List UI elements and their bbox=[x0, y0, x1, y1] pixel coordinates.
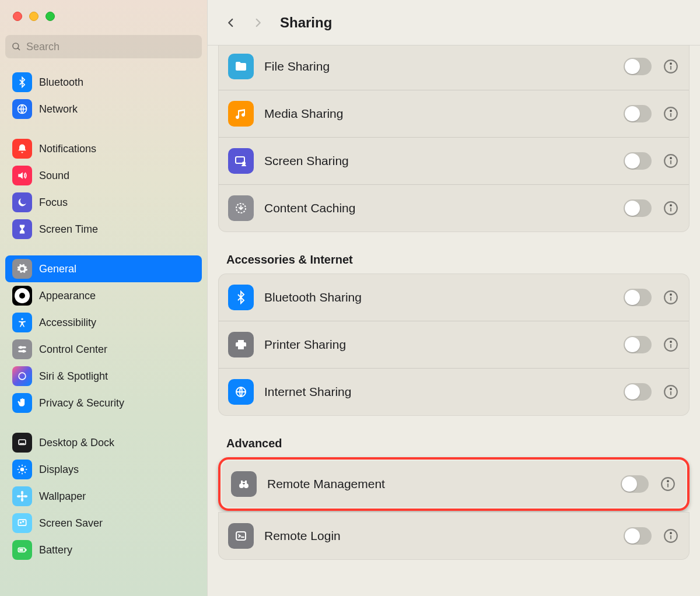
sidebar-item-wallpaper[interactable]: Wallpaper bbox=[5, 483, 202, 510]
main-pane: Sharing File Sharing Media Sharing Scree… bbox=[207, 0, 700, 596]
svg-line-19 bbox=[24, 466, 26, 467]
svg-point-22 bbox=[21, 491, 23, 495]
toggle-screen-sharing[interactable] bbox=[624, 152, 652, 170]
sidebar-item-sound[interactable]: Sound bbox=[5, 162, 202, 189]
svg-rect-59 bbox=[241, 481, 243, 484]
row-content-caching[interactable]: Content Caching bbox=[219, 184, 689, 232]
info-button[interactable] bbox=[662, 199, 680, 217]
sliders-icon bbox=[12, 339, 32, 359]
svg-point-58 bbox=[244, 483, 249, 488]
svg-point-49 bbox=[670, 294, 671, 295]
info-button[interactable] bbox=[662, 105, 680, 122]
search-field[interactable] bbox=[5, 35, 202, 58]
row-screen-sharing[interactable]: Screen Sharing bbox=[219, 137, 689, 184]
back-button[interactable] bbox=[220, 12, 242, 33]
svg-rect-30 bbox=[26, 549, 27, 551]
row-label: Content Caching bbox=[264, 201, 613, 215]
info-button[interactable] bbox=[662, 383, 680, 401]
toggle-file-sharing[interactable] bbox=[624, 58, 652, 75]
close-window-button[interactable] bbox=[13, 12, 22, 21]
sidebar-label: Focus bbox=[39, 197, 68, 209]
sidebar-item-network[interactable]: Network bbox=[5, 96, 202, 122]
sidebar-item-appearance[interactable]: Appearance bbox=[5, 282, 202, 309]
accessories-panel: Bluetooth Sharing Printer Sharing Intern… bbox=[218, 274, 690, 416]
hand-icon bbox=[12, 393, 32, 413]
svg-point-8 bbox=[22, 350, 25, 353]
toggle-content-caching[interactable] bbox=[624, 199, 652, 217]
speaker-icon bbox=[12, 166, 32, 185]
toggle-remote-login[interactable] bbox=[624, 527, 652, 545]
sidebar-label: Network bbox=[39, 103, 78, 115]
info-button[interactable] bbox=[659, 475, 677, 493]
sidebar-item-screen-time[interactable]: Screen Time bbox=[5, 216, 202, 243]
info-button[interactable] bbox=[662, 58, 680, 75]
sidebar-nav: Bluetooth Network Notifications Sound Fo… bbox=[0, 69, 207, 563]
svg-rect-11 bbox=[20, 443, 24, 444]
music-note-icon bbox=[228, 101, 254, 127]
gear-icon bbox=[12, 259, 32, 279]
sidebar-label: Privacy & Security bbox=[39, 397, 124, 409]
download-circle-icon bbox=[228, 195, 254, 221]
minimize-window-button[interactable] bbox=[29, 12, 38, 21]
sidebar-item-bluetooth[interactable]: Bluetooth bbox=[5, 69, 202, 96]
sidebar-label: Battery bbox=[39, 544, 72, 556]
row-label: File Sharing bbox=[264, 59, 613, 73]
svg-point-37 bbox=[670, 110, 671, 111]
forward-button[interactable] bbox=[247, 12, 268, 33]
row-bluetooth-sharing[interactable]: Bluetooth Sharing bbox=[219, 274, 689, 321]
highlighted-row-remote-management: Remote Management bbox=[218, 457, 690, 511]
toggle-media-sharing[interactable] bbox=[624, 105, 652, 122]
sidebar-label: Accessibility bbox=[39, 317, 96, 329]
sidebar-item-focus[interactable]: Focus bbox=[5, 189, 202, 216]
row-label: Bluetooth Sharing bbox=[264, 290, 613, 304]
info-button[interactable] bbox=[662, 152, 680, 170]
row-remote-management[interactable]: Remote Management bbox=[222, 461, 686, 507]
svg-point-57 bbox=[239, 483, 244, 488]
svg-point-25 bbox=[24, 495, 28, 497]
sidebar-label: Control Center bbox=[39, 343, 107, 356]
row-label: Remote Management bbox=[267, 477, 610, 491]
printer-icon bbox=[228, 332, 254, 357]
sidebar-item-displays[interactable]: Displays bbox=[5, 456, 202, 483]
svg-point-12 bbox=[20, 468, 24, 472]
sidebar-item-privacy-security[interactable]: Privacy & Security bbox=[5, 390, 202, 416]
toggle-remote-management[interactable] bbox=[621, 475, 649, 493]
toggle-bluetooth-sharing[interactable] bbox=[624, 289, 652, 306]
sidebar-item-screen-saver[interactable]: Screen Saver bbox=[5, 510, 202, 537]
row-file-sharing[interactable]: File Sharing bbox=[219, 45, 689, 90]
info-button[interactable] bbox=[662, 289, 680, 306]
sidebar-item-notifications[interactable]: Notifications bbox=[5, 135, 202, 162]
toggle-internet-sharing[interactable] bbox=[624, 383, 652, 401]
zoom-window-button[interactable] bbox=[46, 12, 55, 21]
search-input[interactable] bbox=[26, 41, 196, 53]
sidebar-item-battery[interactable]: Battery bbox=[5, 537, 202, 563]
toggle-printer-sharing[interactable] bbox=[624, 336, 652, 353]
svg-point-52 bbox=[670, 341, 671, 342]
row-media-sharing[interactable]: Media Sharing bbox=[219, 90, 689, 137]
svg-rect-31 bbox=[19, 549, 23, 551]
content-scroll[interactable]: File Sharing Media Sharing Screen Sharin… bbox=[208, 45, 700, 596]
row-internet-sharing[interactable]: Internet Sharing bbox=[219, 368, 689, 415]
binoculars-icon bbox=[231, 471, 257, 497]
advanced-panel-rest: Remote Login bbox=[218, 512, 690, 560]
bluetooth-icon bbox=[228, 285, 254, 310]
section-title-accessories: Accessories & Internet bbox=[226, 253, 690, 267]
sidebar-item-desktop-dock[interactable]: Desktop & Dock bbox=[5, 429, 202, 456]
svg-line-18 bbox=[24, 472, 26, 473]
row-label: Remote Login bbox=[264, 529, 613, 543]
row-remote-login[interactable]: Remote Login bbox=[219, 513, 689, 559]
svg-rect-61 bbox=[243, 482, 245, 483]
svg-point-64 bbox=[667, 481, 668, 482]
screen-person-icon bbox=[228, 148, 254, 174]
row-label: Screen Sharing bbox=[264, 154, 613, 168]
row-printer-sharing[interactable]: Printer Sharing bbox=[219, 321, 689, 368]
sidebar-item-control-center[interactable]: Control Center bbox=[5, 336, 202, 363]
sidebar-item-general[interactable]: General bbox=[5, 255, 202, 282]
row-label: Media Sharing bbox=[264, 107, 613, 121]
bell-icon bbox=[12, 139, 32, 159]
info-button[interactable] bbox=[662, 527, 680, 545]
window-controls bbox=[0, 12, 207, 35]
sidebar-item-siri-spotlight[interactable]: Siri & Spotlight bbox=[5, 363, 202, 390]
info-button[interactable] bbox=[662, 336, 680, 353]
sidebar-item-accessibility[interactable]: Accessibility bbox=[5, 309, 202, 336]
